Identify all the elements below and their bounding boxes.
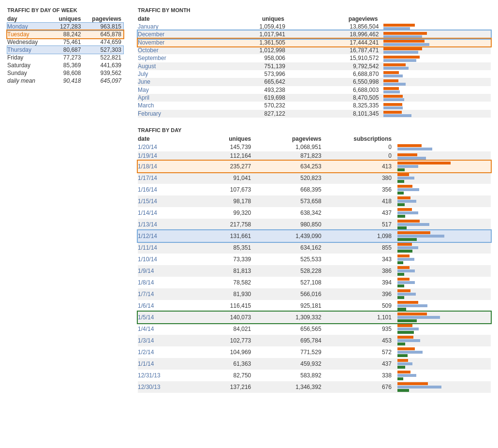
day-col-uniques: uniques	[192, 135, 255, 143]
day-uniques: 116,415	[192, 300, 255, 312]
day-uniques: 235,277	[192, 161, 255, 172]
day-uniques: 104,969	[192, 346, 255, 358]
month-table-row: August 751,139 9,792,542	[138, 62, 491, 70]
month-bars	[381, 110, 491, 118]
month-date: September	[138, 54, 205, 62]
month-table-row: June 665,642 6,550,998	[138, 78, 491, 86]
month-uniques: 619,698	[205, 94, 288, 102]
day-bars	[395, 195, 491, 207]
week-pageviews: 474,659	[83, 38, 123, 46]
day-subscriptions: 394	[325, 277, 395, 288]
day-pageviews: 925,181	[255, 300, 325, 312]
day-table-row: 1/14/14 99,320 638,342 437	[138, 207, 491, 219]
day-date: 1/14/14	[138, 207, 192, 219]
week-day: Thursday	[7, 46, 52, 54]
month-uniques: 665,642	[205, 78, 288, 86]
month-pageviews: 15,910,572	[288, 54, 381, 62]
day-bars	[395, 265, 491, 277]
day-table-row: 1/8/14 78,582 527,108 394	[138, 277, 491, 288]
month-table-row: July 573,996 6,688,870	[138, 70, 491, 78]
month-table: date uniques pageviews January 1,059,419…	[138, 15, 491, 118]
day-table-row: 1/4/14 84,021 656,565 935	[138, 323, 491, 335]
day-date: 1/4/14	[138, 323, 192, 335]
week-table: day uniques pageviews Monday 127,283 963…	[7, 15, 123, 85]
month-bars	[381, 23, 491, 30]
day-bars	[395, 370, 491, 381]
week-pageviews: 939,562	[83, 69, 123, 77]
day-table-row: 1/5/14 140,073 1,309,332 1,101	[138, 312, 491, 323]
day-bars	[395, 151, 491, 160]
day-pageviews: 656,565	[255, 323, 325, 335]
day-table-header: date uniques pageviews subscriptions	[138, 135, 491, 143]
month-date: May	[138, 86, 205, 94]
week-pageviews: 441,639	[83, 61, 123, 69]
day-table-row: 1/1/14 61,363 459,932 437	[138, 358, 491, 370]
day-col-subscriptions: subscriptions	[325, 135, 395, 143]
week-col-day: day	[7, 15, 52, 23]
week-table-header: day uniques pageviews	[7, 15, 123, 23]
month-pageviews: 17,444,241	[288, 39, 381, 46]
month-section: TRAFFIC BY MONTH date uniques pageviews …	[138, 7, 491, 118]
day-bars	[395, 242, 491, 254]
day-table-row: 1/13/14 217,758 980,850 517	[138, 219, 491, 230]
week-table-row: Monday 127,283 963,815	[7, 23, 123, 30]
day-bars	[395, 358, 491, 370]
day-uniques: 85,351	[192, 242, 255, 254]
week-col-pageviews: pageviews	[83, 15, 123, 23]
day-date: 12/30/13	[138, 381, 192, 393]
month-pageviews: 8,101,345	[288, 110, 381, 118]
month-uniques: 751,139	[205, 62, 288, 70]
day-pageviews: 638,342	[255, 207, 325, 219]
day-date: 1/18/14	[138, 161, 192, 172]
day-pageviews: 634,253	[255, 161, 325, 172]
month-pageviews: 8,470,505	[288, 94, 381, 102]
day-table-row: 1/15/14 98,178 573,658 418	[138, 195, 491, 207]
month-pageviews: 9,792,542	[288, 62, 381, 70]
month-pageviews: 13,856,504	[288, 23, 381, 30]
week-table-row: Wednesday 75,461 474,659	[7, 38, 123, 46]
week-uniques: 75,461	[52, 38, 83, 46]
month-date: June	[138, 78, 205, 86]
month-col-pageviews: pageviews	[288, 15, 381, 23]
day-uniques: 81,930	[192, 288, 255, 300]
day-subscriptions: 572	[325, 346, 395, 358]
day-date: 1/15/14	[138, 195, 192, 207]
day-subscriptions: 343	[325, 254, 395, 265]
month-date: October	[138, 46, 205, 54]
month-table-row: January 1,059,419 13,856,504	[138, 23, 491, 30]
day-bars	[395, 300, 491, 312]
day-date: 1/17/14	[138, 172, 192, 184]
day-subscriptions: 437	[325, 207, 395, 219]
month-pageviews: 18,996,462	[288, 30, 381, 38]
month-pageviews: 6,688,870	[288, 70, 381, 78]
month-bars	[381, 70, 491, 78]
day-date: 1/6/14	[138, 300, 192, 312]
week-uniques: 85,369	[52, 61, 83, 69]
day-subscriptions: 413	[325, 161, 395, 172]
day-uniques: 137,216	[192, 381, 255, 393]
month-col-uniques: uniques	[205, 15, 288, 23]
day-bars	[395, 323, 491, 335]
week-day: Sunday	[7, 69, 52, 77]
day-subscriptions: 517	[325, 219, 395, 230]
day-table-row: 1/11/14 85,351 634,162 855	[138, 242, 491, 254]
month-table-row: December 1,017,941 18,996,462	[138, 30, 491, 38]
day-uniques: 102,773	[192, 335, 255, 346]
month-date: April	[138, 94, 205, 102]
day-pageviews: 668,395	[255, 184, 325, 195]
day-date: 1/8/14	[138, 277, 192, 288]
day-bars	[395, 335, 491, 346]
month-bars	[381, 39, 491, 46]
month-uniques: 958,006	[205, 54, 288, 62]
day-table-row: 1/17/14 91,041 520,823 380	[138, 172, 491, 184]
day-subscriptions: 356	[325, 184, 395, 195]
week-pageviews: 522,821	[83, 54, 123, 61]
left-panel: TRAFFIC BY DAY OF WEEK day uniques pagev…	[7, 7, 123, 85]
day-pageviews: 520,823	[255, 172, 325, 184]
week-table-row: Thursday 80,687 527,303	[7, 46, 123, 54]
month-uniques: 1,017,941	[205, 30, 288, 38]
day-uniques: 82,750	[192, 370, 255, 381]
day-pageviews: 1,068,951	[255, 143, 325, 151]
week-day: Tuesday	[7, 30, 52, 38]
day-uniques: 91,041	[192, 172, 255, 184]
